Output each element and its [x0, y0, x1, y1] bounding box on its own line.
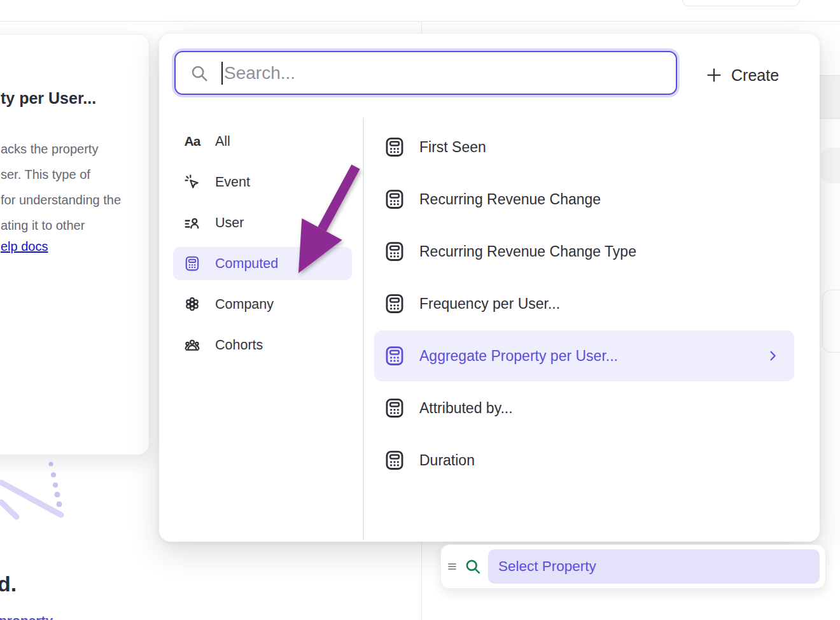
tooltip-body-line: ating it to other — [1, 213, 121, 238]
page-divider-horizontal — [0, 21, 840, 22]
user-list-icon — [183, 214, 201, 232]
property-label: Attributed by... — [419, 400, 513, 417]
property-row-recurring-revenue-change[interactable]: Recurring Revenue Change — [374, 174, 794, 225]
calculator-icon — [384, 293, 405, 314]
property-label: Aggregate Property per User... — [419, 348, 618, 365]
property-label: Frequency per User... — [419, 295, 560, 313]
sidebar-item-label: Company — [215, 297, 274, 313]
sidebar-item-label: Cohorts — [215, 337, 263, 353]
cutoff-link-fragment: property — [0, 613, 53, 620]
background-card-edge — [821, 148, 840, 183]
sidebar-item-label: Event — [215, 174, 250, 190]
select-property-label: Select Property — [498, 558, 596, 575]
property-row-attributed-by[interactable]: Attributed by... — [374, 383, 794, 433]
property-filter-row: Select Property — [440, 544, 826, 589]
property-label: Recurring Revenue Change Type — [419, 243, 636, 260]
help-docs-link[interactable]: elp docs — [1, 239, 48, 254]
calculator-icon — [384, 241, 405, 262]
sidebar-item-event[interactable]: Event — [173, 166, 352, 199]
plus-icon — [706, 67, 722, 83]
sidebar-item-label: Computed — [215, 256, 278, 272]
sidebar-item-user[interactable]: User — [173, 206, 352, 239]
property-row-frequency-per-user[interactable]: Frequency per User... — [374, 278, 794, 329]
text-format-icon: Aa — [183, 132, 201, 150]
property-picker-modal: Create Aa All Event User — [159, 34, 820, 542]
property-row-duration[interactable]: Duration — [374, 435, 794, 486]
sidebar-item-cohorts[interactable]: Cohorts — [173, 328, 352, 362]
calculator-icon — [384, 397, 405, 419]
property-description-tooltip: ty per User... acks the property ser. Th… — [0, 34, 150, 455]
chevron-right-icon — [766, 349, 779, 362]
property-label: Duration — [419, 452, 475, 469]
calculator-icon — [384, 449, 405, 471]
tooltip-body-line: for understanding the — [1, 187, 121, 213]
property-label: Recurring Revenue Change — [419, 191, 601, 208]
tooltip-body-line: ser. This type of — [1, 162, 121, 187]
property-row-first-seen[interactable]: First Seen — [374, 122, 794, 173]
background-button-cutoff — [682, 0, 800, 6]
calculator-icon — [384, 136, 405, 158]
sidebar-item-all[interactable]: Aa All — [173, 125, 352, 158]
search-field[interactable] — [174, 51, 677, 95]
sidebar-item-computed[interactable]: Computed — [173, 247, 352, 280]
property-label: First Seen — [419, 139, 486, 156]
property-row-recurring-revenue-change-type[interactable]: Recurring Revenue Change Type — [374, 226, 794, 277]
sidebar-item-label: User — [215, 215, 244, 231]
background-card-edge-2 — [822, 290, 840, 353]
company-cluster-icon — [183, 295, 201, 313]
tooltip-body-line: acks the property — [1, 136, 121, 162]
text-caret — [221, 62, 223, 85]
cohorts-people-icon — [183, 336, 201, 354]
cutoff-heading: d. — [0, 572, 17, 596]
background-panel-edge — [820, 75, 840, 119]
select-property-button[interactable]: Select Property — [488, 549, 820, 584]
tooltip-body: acks the property ser. This type of for … — [1, 136, 121, 238]
sidebar-item-company[interactable]: Company — [173, 288, 352, 321]
drag-handle-icon[interactable] — [446, 560, 459, 573]
column-divider — [363, 118, 364, 540]
calculator-icon — [183, 255, 201, 272]
calculator-icon — [384, 345, 405, 367]
click-event-icon — [183, 173, 201, 191]
tooltip-title: ty per User... — [1, 89, 96, 108]
calculator-icon — [384, 188, 405, 210]
search-icon — [190, 64, 209, 83]
create-button[interactable]: Create — [706, 63, 779, 87]
sidebar-item-label: All — [215, 134, 230, 150]
search-input[interactable] — [224, 63, 676, 83]
property-row-aggregate-property-per-user[interactable]: Aggregate Property per User... — [374, 330, 794, 381]
search-icon — [464, 558, 482, 575]
create-button-label: Create — [731, 66, 779, 85]
